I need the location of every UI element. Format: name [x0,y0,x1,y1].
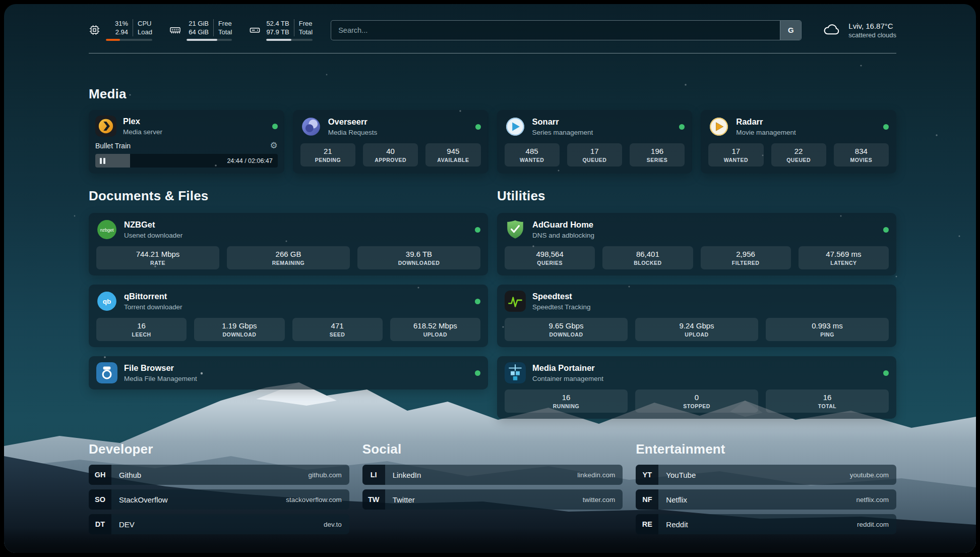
utilities-section-title: Utilities [497,188,896,204]
app-card-overseerr[interactable]: Overseerr Media Requests 21 PENDING [293,110,488,174]
bookmark-github[interactable]: GH Github github.com [89,465,349,485]
gear-icon[interactable]: ⚙ [270,141,278,150]
stat-label: APPROVED [375,157,406,163]
status-dot [475,124,481,130]
bookmark-url: netflix.com [856,489,896,510]
app-name: Plex [123,117,162,127]
stat-tile-upload: 618.52 Mbps UPLOAD [390,318,480,341]
pause-icon[interactable] [100,158,105,164]
bookmark-netflix[interactable]: NF Netflix netflix.com [636,489,896,510]
status-dot [475,227,480,233]
bookmark-abbr: RE [636,514,658,534]
app-subtitle: Media File Management [124,375,197,382]
stat-label: LEECH [132,331,151,338]
stat-tile-approved: 40 APPROVED [363,143,418,166]
section-developer: Developer GH Github github.com SO StackO… [89,441,349,534]
bookmark-name: StackOverflow [111,489,168,510]
app-card-nzbget[interactable]: nzbget NZBGet Usenet downloader 74 [89,213,488,275]
stat-tile-queued: 17 QUEUED [567,143,622,166]
stat-tile-running: 16 RUNNING [505,389,628,413]
stat-tile-latency: 47.569 ms LATENCY [799,246,889,269]
bookmark-name: Reddit [658,514,688,534]
stat-label: STOPPED [683,403,710,409]
bookmark-name: YouTube [658,465,696,485]
bookmark-name: Netflix [658,489,687,510]
stat-label: MOVIES [850,157,872,163]
status-dot [679,124,685,130]
bookmark-url: github.com [309,465,349,485]
stat-value: 498,564 [536,250,564,258]
app-card-sonarr[interactable]: Sonarr Series management 485 WANTED [497,110,693,174]
bookmark-url: linkedin.com [577,465,623,485]
stat-label: QUEUED [786,157,811,163]
bookmark-stackoverflow[interactable]: SO StackOverflow stackoverflow.com [89,489,349,510]
bookmark-twitter[interactable]: TW Twitter twitter.com [362,489,623,510]
app-card-portainer[interactable]: Media Portainer Container management 16 … [497,356,896,419]
dashboard-content: 31% 2.94 CPU Load [4,4,976,553]
system-stats: 31% 2.94 CPU Load [89,19,313,41]
app-name: Radarr [736,117,796,127]
stat-value: 1.19 Gbps [222,321,257,330]
cpu-percent-value: 31% [115,19,128,28]
stat-tile-remaining: 266 GB REMAINING [227,246,350,269]
cpu-progress-fill [106,39,120,41]
app-card-adguard[interactable]: AdGuard Home DNS and adblocking 498,564 … [497,213,896,275]
stat-label: WANTED [520,157,544,163]
app-card-speedtest[interactable]: Speedtest Speedtest Tracking 9.65 Gbps D… [497,285,896,347]
playback-time: 24:44 / 02:06:47 [227,157,272,164]
search-engine-button[interactable]: G [780,21,801,40]
entertainment-section-title: Entertainment [636,441,896,457]
cloud-icon [821,21,842,40]
plex-progress-bar[interactable]: 24:44 / 02:06:47 [95,154,278,168]
stat-tile-blocked: 86,401 BLOCKED [602,246,693,269]
bookmark-linkedin[interactable]: LI LinkedIn linkedin.com [362,465,623,485]
stat-value: 744.21 Mbps [136,250,180,258]
section-utilities: Utilities [497,188,896,419]
app-name: Sonarr [532,117,593,127]
bookmark-abbr: NF [636,489,658,510]
stat-value: 485 [526,147,538,155]
bookmark-reddit[interactable]: RE Reddit reddit.com [636,514,896,534]
bookmark-youtube[interactable]: YT YouTube youtube.com [636,465,896,485]
stat-value: 21 [324,147,332,155]
stat-label: REMAINING [272,260,305,266]
stat-value: 86,401 [636,250,659,258]
ram-progress-fill [187,39,217,41]
status-dot [883,370,889,376]
stat-value: 266 GB [276,250,301,258]
stat-value: 40 [386,147,395,155]
stat-tile-rate: 744.21 Mbps RATE [96,246,219,269]
svg-text:nzbget: nzbget [100,228,114,233]
stat-tile-queued: 22 QUEUED [771,143,826,166]
search-input[interactable] [331,21,780,40]
stat-label: RUNNING [553,403,580,409]
app-card-qbittorrent[interactable]: qb qBittorrent Torrent downloader [89,285,488,347]
weather-widget[interactable]: Lviv, 16.87°C scattered clouds [821,21,896,40]
app-card-filebrowser[interactable]: File Browser Media File Management [89,356,488,389]
developer-section-title: Developer [89,441,349,457]
stat-label: FILTERED [732,260,760,266]
stat-label: UPLOAD [423,331,447,338]
bookmark-name: DEV [111,514,135,534]
stat-label: WANTED [724,157,749,163]
ram-free-value: 21 GiB [189,19,209,28]
stat-tile-available: 945 AVAILABLE [425,143,480,166]
status-dot [475,370,480,376]
stat-tile-stopped: 0 STOPPED [635,389,758,413]
stat-tile-seed: 471 SEED [292,318,383,341]
bookmark-dev[interactable]: DT DEV dev.to [89,514,349,534]
app-card-plex[interactable]: Plex Media server Bullet Train ⚙ [89,110,284,174]
status-dot [883,124,889,130]
stat-label: SEED [330,331,345,338]
app-subtitle: DNS and adblocking [532,232,594,239]
stat-label: TOTAL [818,403,837,409]
app-name: File Browser [124,363,197,373]
app-name: AdGuard Home [532,220,594,230]
bookmark-abbr: YT [636,465,658,485]
stat-tile-pending: 21 PENDING [300,143,355,166]
app-card-radarr[interactable]: Radarr Movie management 17 WANTED 2 [701,110,896,174]
app-name: NZBGet [124,220,182,230]
bookmark-abbr: DT [89,514,111,534]
cpu-chip-icon [89,24,100,36]
plex-icon [95,116,116,137]
